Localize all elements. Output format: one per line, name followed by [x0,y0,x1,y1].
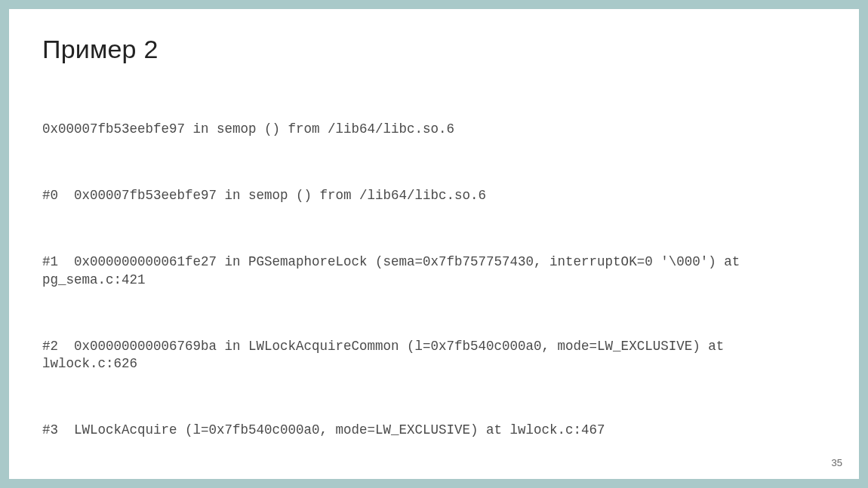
page-number: 35 [832,457,842,468]
slide: Пример 2 0x00007fb53eebfe97 in semop () … [9,9,859,479]
bt-line-0: #0 0x00007fb53eebfe97 in semop () from /… [42,187,826,205]
bt-line-2: #2 0x00000000006769ba in LWLockAcquireCo… [42,338,826,373]
bt-line-top: 0x00007fb53eebfe97 in semop () from /lib… [42,121,826,139]
backtrace-block: 0x00007fb53eebfe97 in semop () from /lib… [42,85,826,488]
bt-line-3: #3 LWLockAcquire (l=0x7fb540c000a0, mode… [42,422,826,440]
bt-line-1: #1 0x000000000061fe27 in PGSemaphoreLock… [42,253,826,289]
slide-title: Пример 2 [42,35,826,64]
